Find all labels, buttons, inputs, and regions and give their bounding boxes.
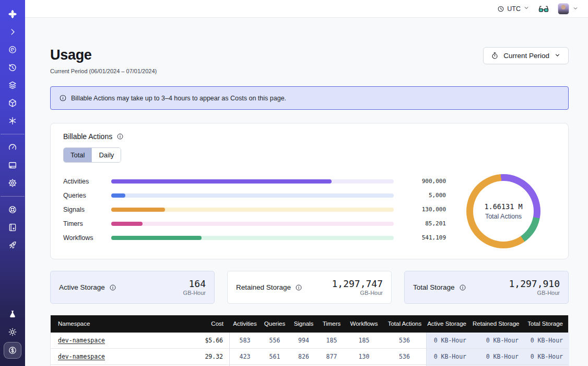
- storage-card-value: 1,297,910: [509, 279, 560, 290]
- usage-bar-row: Timers85,201: [63, 216, 446, 231]
- bar-value: 900,000: [399, 178, 446, 185]
- bar-value: 541,109: [399, 234, 446, 241]
- storage-card-unit: GB-Hour: [183, 290, 206, 296]
- column-header: Namespace: [51, 315, 175, 333]
- usage-bar-row: Activities900,000: [63, 174, 446, 188]
- bar-fill: [111, 179, 332, 184]
- sidebar-flask-icon[interactable]: [4, 306, 21, 322]
- column-header: Queries: [260, 315, 289, 333]
- table-cell: 0 KB-Hour: [473, 349, 525, 364]
- table-cell: $5.66: [175, 333, 230, 348]
- table-header-row: NamespaceCostActivitiesQueriesSignalsTim…: [51, 315, 568, 333]
- sidebar-book-icon[interactable]: [4, 220, 21, 235]
- storage-card-unit: GB-Hour: [332, 290, 383, 296]
- info-icon[interactable]: [116, 133, 124, 140]
- sidebar-dollar-icon[interactable]: [4, 342, 21, 359]
- info-icon[interactable]: [459, 284, 466, 291]
- sidebar-gear-icon[interactable]: [4, 175, 21, 191]
- bar-value: 130,000: [399, 206, 446, 213]
- bar-track: [111, 193, 394, 198]
- sidebar-lifebuoy-icon[interactable]: [4, 202, 21, 218]
- timezone-selector[interactable]: UTC: [497, 5, 530, 13]
- storage-card-unit: GB-Hour: [509, 290, 560, 296]
- column-header: Total Actions: [383, 315, 427, 333]
- bar-value: 5,000: [399, 192, 446, 199]
- bar-value: 85,201: [399, 220, 446, 227]
- column-header: Total Storage: [525, 315, 569, 333]
- total-actions-donut: 1.66131 M Total Actions: [451, 174, 556, 248]
- total-storage-card: Total Storage1,297,910GB-Hour: [404, 271, 569, 304]
- info-banner: Billable Actions may take up to 3–4 hour…: [50, 86, 569, 110]
- usage-table: NamespaceCostActivitiesQueriesSignalsTim…: [50, 315, 569, 366]
- namespace-link[interactable]: dev-namespace: [58, 337, 105, 344]
- table-cell: 0 KB-Hour: [525, 349, 569, 364]
- table-cell: 0 KB-Hour: [427, 349, 473, 364]
- chevron-down-icon: [554, 52, 561, 60]
- bar-fill: [111, 222, 143, 226]
- storage-card-label: Retained Storage: [236, 283, 302, 291]
- bar-track: [111, 222, 394, 226]
- page-title: Usage: [50, 47, 157, 63]
- table-cell: 0 KB-Hour: [473, 333, 525, 348]
- sidebar-window-icon[interactable]: [4, 157, 21, 173]
- table-cell: 185: [345, 333, 383, 348]
- retained-storage-card: Retained Storage1,297,747GB-Hour: [227, 271, 392, 304]
- namespace-link[interactable]: dev-namespace: [58, 353, 105, 360]
- info-icon: [59, 94, 67, 102]
- table-cell: 0 KB-Hour: [427, 333, 473, 348]
- info-icon[interactable]: [109, 284, 116, 291]
- storage-card-label: Total Storage: [413, 283, 466, 291]
- bar-track: [111, 236, 394, 240]
- table-cell: 556: [260, 333, 289, 348]
- column-header: Cost: [175, 315, 230, 333]
- temporal-logo-icon[interactable]: [4, 6, 21, 22]
- sidebar-divider: [1, 196, 25, 197]
- period-selector-label: Current Period: [503, 52, 549, 60]
- storage-card-value: 164: [183, 279, 206, 290]
- storage-summary-row: Active Storage164GB-HourRetained Storage…: [50, 271, 569, 304]
- tab-daily[interactable]: Daily: [91, 148, 121, 162]
- chevron-down-icon: [523, 5, 530, 13]
- info-icon[interactable]: [295, 284, 302, 291]
- user-menu[interactable]: [558, 3, 579, 15]
- period-selector-button[interactable]: Current Period: [483, 47, 569, 64]
- usage-bar-row: Signals130,000: [63, 202, 446, 216]
- donut-total-label: Total Actions: [485, 213, 522, 220]
- chevron-down-icon: [572, 4, 579, 14]
- table-cell: 536: [383, 333, 427, 348]
- sidebar-divider: [1, 134, 25, 134]
- sidebar-spiral-icon[interactable]: [4, 42, 21, 58]
- namespace-cell: dev-namespace: [51, 349, 175, 364]
- avatar[interactable]: [558, 3, 569, 15]
- sidebar-rocket-icon[interactable]: [4, 237, 21, 253]
- table-cell: 185: [318, 333, 345, 348]
- stopwatch-icon: [491, 52, 499, 60]
- billable-bars-chart: Activities900,000Queries5,000Signals130,…: [63, 174, 451, 248]
- sidebar-sun-icon[interactable]: [4, 324, 21, 340]
- sidebar-expand-chevron-icon[interactable]: [4, 24, 21, 40]
- tab-total[interactable]: Total: [64, 148, 91, 162]
- sidebar-cube-icon[interactable]: [4, 95, 21, 111]
- table-cell: 536: [383, 349, 427, 364]
- table-body: dev-namespace$5.665835569941851855360 KB…: [51, 333, 568, 366]
- app-root: UTC Usage Current Period (06/01/2024 – 0…: [0, 0, 588, 366]
- storage-card-value: 1,297,747: [332, 279, 383, 290]
- table-cell: 0 KB-Hour: [525, 333, 569, 348]
- sidebar-history-clock-icon[interactable]: [4, 60, 21, 75]
- bar-category-label: Signals: [63, 206, 106, 213]
- table-cell: 29.32: [175, 349, 230, 364]
- billable-view-tabs: Total Daily: [63, 147, 121, 163]
- clock-icon: [497, 5, 504, 13]
- sidebar-asterisk-icon[interactable]: [4, 113, 21, 129]
- topbar: UTC: [25, 0, 588, 18]
- bar-category-label: Workflows: [63, 234, 106, 242]
- billable-actions-title: Billable Actions: [63, 132, 556, 141]
- column-header: Timers: [318, 315, 345, 333]
- billable-actions-card: Billable Actions Total Daily Activities9…: [50, 123, 569, 259]
- sidebar-gauge-icon[interactable]: [4, 140, 21, 155]
- timezone-label: UTC: [507, 5, 521, 13]
- glasses-icon[interactable]: [538, 4, 549, 14]
- column-header: Active Storage: [427, 315, 473, 333]
- sidebar: [0, 0, 25, 366]
- sidebar-layers-icon[interactable]: [4, 77, 21, 93]
